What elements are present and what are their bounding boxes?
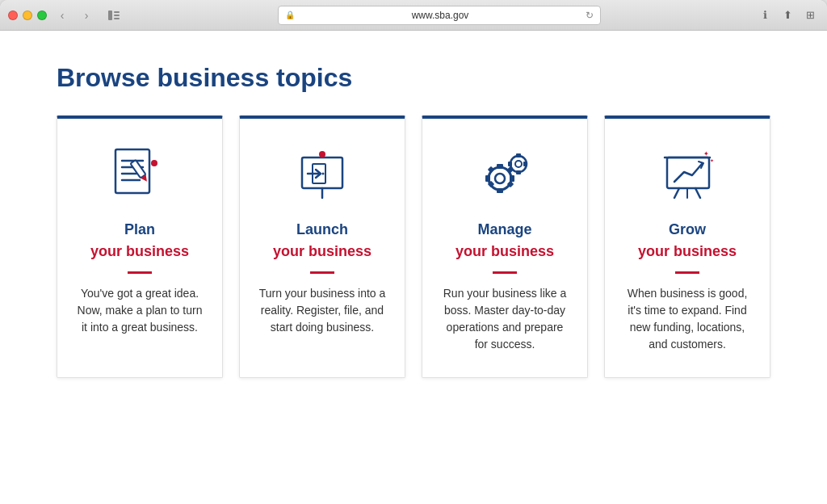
- grow-card-subtitle: your business: [638, 242, 737, 261]
- svg-line-37: [695, 188, 700, 198]
- address-bar[interactable]: 🔒 www.sba.gov ↻: [278, 6, 601, 25]
- close-button[interactable]: [8, 10, 18, 20]
- svg-point-20: [495, 174, 505, 183]
- grow-icon: ✦ ✦: [655, 143, 720, 208]
- svg-rect-31: [516, 153, 521, 158]
- lock-icon: 🔒: [285, 10, 295, 19]
- minimize-button[interactable]: [23, 10, 32, 20]
- manage-card-description: Run your business like a boss. Master da…: [439, 285, 571, 353]
- svg-rect-23: [485, 175, 490, 182]
- sidebar-button[interactable]: [105, 6, 123, 24]
- back-button[interactable]: ‹: [53, 6, 71, 24]
- grow-card[interactable]: ✦ ✦ Grow your business When business is …: [604, 116, 770, 378]
- svg-line-36: [674, 188, 679, 198]
- svg-rect-32: [516, 170, 521, 174]
- svg-point-30: [515, 161, 522, 167]
- svg-text:✦: ✦: [710, 158, 714, 163]
- svg-point-17: [319, 151, 325, 158]
- svg-point-15: [322, 173, 325, 175]
- svg-point-11: [151, 160, 157, 166]
- browser-window: ‹ › 🔒 www.sba.gov ↻ ℹ ⬆ ⊞ Browse busines…: [0, 0, 827, 504]
- svg-rect-25: [488, 166, 494, 173]
- launch-icon: [290, 143, 355, 208]
- cards-grid: Plan your business You've got a great id…: [57, 116, 770, 378]
- launch-card-subtitle: your business: [273, 242, 372, 261]
- svg-rect-21: [497, 164, 503, 169]
- svg-rect-33: [508, 162, 512, 166]
- plan-card-divider: [128, 271, 152, 274]
- maximize-button[interactable]: [37, 10, 47, 20]
- launch-card-description: Turn your business into a reality. Regis…: [256, 285, 388, 336]
- svg-rect-1: [114, 11, 120, 13]
- launch-card-divider: [310, 271, 334, 274]
- svg-rect-2: [114, 15, 120, 16]
- launch-card[interactable]: Launch your business Turn your business …: [239, 116, 405, 378]
- page-content: Browse business topics: [0, 31, 827, 504]
- address-bar-container: 🔒 www.sba.gov ↻: [129, 6, 749, 25]
- forward-button[interactable]: ›: [78, 6, 95, 24]
- manage-card[interactable]: Manage your business Run your business l…: [422, 116, 588, 378]
- svg-rect-3: [114, 18, 120, 19]
- svg-rect-34: [523, 162, 527, 166]
- launch-card-title: Launch: [296, 220, 348, 239]
- reload-button[interactable]: ↻: [586, 10, 594, 21]
- new-tab-button[interactable]: ⊞: [801, 6, 819, 24]
- page-title: Browse business topics: [57, 63, 770, 93]
- grow-card-description: When business is good, it's time to expa…: [621, 285, 754, 353]
- svg-text:✦: ✦: [703, 150, 709, 158]
- plan-card-title: Plan: [124, 220, 155, 239]
- url-text: www.sba.gov: [298, 10, 582, 21]
- grow-card-divider: [675, 271, 699, 274]
- plan-card[interactable]: Plan your business You've got a great id…: [57, 116, 223, 378]
- plan-icon: [107, 143, 172, 208]
- info-button[interactable]: ℹ: [756, 6, 774, 24]
- svg-rect-0: [108, 10, 112, 20]
- plan-card-subtitle: your business: [90, 242, 189, 261]
- manage-icon: [472, 143, 537, 208]
- browser-titlebar: ‹ › 🔒 www.sba.gov ↻ ℹ ⬆ ⊞: [0, 0, 827, 31]
- svg-rect-24: [510, 175, 514, 182]
- manage-card-divider: [493, 271, 517, 274]
- browser-actions: ℹ ⬆ ⊞: [756, 6, 819, 24]
- traffic-lights: [8, 10, 47, 20]
- plan-card-description: You've got a great idea. Now, make a pla…: [73, 285, 206, 336]
- manage-card-title: Manage: [477, 220, 531, 239]
- manage-card-subtitle: your business: [455, 242, 554, 261]
- share-button[interactable]: ⬆: [779, 6, 796, 24]
- svg-rect-22: [497, 188, 503, 193]
- grow-card-title: Grow: [669, 220, 706, 239]
